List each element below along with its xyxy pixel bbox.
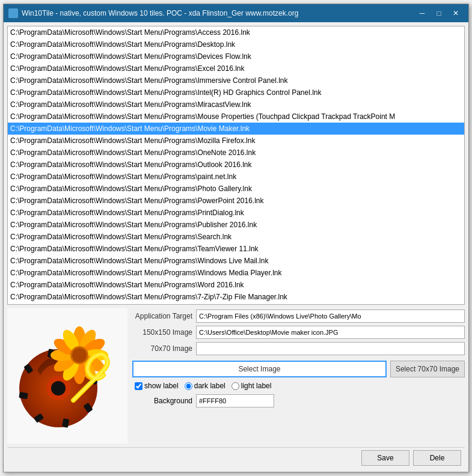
list-item[interactable]: C:\ProgramData\Microsoft\Windows\Start M… — [8, 63, 464, 75]
file-list-container[interactable]: C:\ProgramData\Microsoft\Windows\Start M… — [7, 26, 465, 305]
list-item[interactable]: C:\ProgramData\Microsoft\Windows\Start M… — [8, 38, 464, 50]
dark-label-radio-label[interactable]: dark label — [185, 382, 225, 390]
app-target-input[interactable] — [196, 310, 465, 323]
select-image-button[interactable]: Select Image — [132, 361, 387, 377]
movie-maker-icon — [13, 322, 121, 430]
list-item[interactable]: C:\ProgramData\Microsoft\Windows\Start M… — [8, 123, 464, 135]
light-label-radio-label[interactable]: light label — [231, 382, 272, 390]
save-button[interactable]: Save — [361, 450, 409, 466]
list-item[interactable]: C:\ProgramData\Microsoft\Windows\Start M… — [8, 195, 464, 207]
list-item[interactable]: C:\ProgramData\Microsoft\Windows\Start M… — [8, 75, 464, 87]
titlebar: Win10Tile - native, custom Windows 10 ti… — [4, 4, 468, 22]
image-150-label: 150x150 Image — [132, 328, 192, 337]
show-label-checkbox[interactable] — [135, 382, 143, 390]
minimize-button[interactable]: ─ — [414, 7, 430, 19]
image-preview — [7, 308, 127, 444]
svg-point-24 — [72, 348, 87, 362]
dark-label-radio[interactable] — [185, 382, 192, 390]
app-target-label: Application Target — [132, 312, 192, 320]
light-label-radio[interactable] — [231, 382, 239, 390]
main-window: Win10Tile - native, custom Windows 10 ti… — [3, 4, 469, 472]
image-70-input[interactable] — [196, 342, 465, 355]
svg-point-2 — [51, 381, 66, 395]
close-button[interactable]: ✕ — [448, 7, 464, 19]
list-item[interactable]: C:\ProgramData\Microsoft\Windows\Start M… — [8, 87, 464, 99]
bottom-panel: Application Target 150x150 Image 70x70 I… — [7, 308, 465, 444]
list-item[interactable]: C:\ProgramData\Microsoft\Windows\Start M… — [8, 183, 464, 195]
list-item[interactable]: C:\ProgramData\Microsoft\Windows\Start M… — [8, 111, 464, 123]
list-item[interactable]: C:\ProgramData\Microsoft\Windows\Start M… — [8, 159, 464, 171]
bottom-buttons-bar: Save Dele — [7, 447, 465, 468]
image-70-row: 70x70 Image — [132, 342, 465, 355]
list-item[interactable]: C:\ProgramData\Microsoft\Windows\Start M… — [8, 135, 464, 147]
image-150-input[interactable] — [196, 326, 465, 339]
maximize-button[interactable]: □ — [431, 7, 447, 19]
titlebar-buttons: ─ □ ✕ — [414, 7, 464, 19]
dark-label-text: dark label — [194, 382, 225, 390]
list-item[interactable]: C:\ProgramData\Microsoft\Windows\Start M… — [8, 267, 464, 279]
delete-button[interactable]: Dele — [413, 450, 461, 466]
list-item[interactable]: C:\ProgramData\Microsoft\Windows\Start M… — [8, 255, 464, 267]
background-input[interactable] — [196, 394, 274, 407]
list-item[interactable]: C:\ProgramData\Microsoft\Windows\Start M… — [8, 171, 464, 183]
list-item[interactable]: C:\ProgramData\Microsoft\Windows\Start M… — [8, 231, 464, 243]
background-label: Background — [132, 397, 192, 405]
select-70-button[interactable]: Select 70x70 Image — [390, 361, 465, 377]
background-row: Background — [132, 394, 465, 407]
show-label-text: show label — [144, 382, 179, 390]
list-item[interactable]: C:\ProgramData\Microsoft\Windows\Start M… — [8, 291, 464, 303]
list-item[interactable]: C:\ProgramData\Microsoft\Windows\Start M… — [8, 147, 464, 159]
list-item[interactable]: C:\ProgramData\Microsoft\Windows\Start M… — [8, 243, 464, 255]
image-70-label: 70x70 Image — [132, 344, 192, 353]
list-item[interactable]: C:\ProgramData\Microsoft\Windows\Start M… — [8, 26, 464, 38]
list-item[interactable]: C:\ProgramData\Microsoft\Windows\Start M… — [8, 303, 464, 305]
list-item[interactable]: C:\ProgramData\Microsoft\Windows\Start M… — [8, 279, 464, 291]
window-title: Win10Tile - native, custom Windows 10 ti… — [22, 9, 414, 17]
list-item[interactable]: C:\ProgramData\Microsoft\Windows\Start M… — [8, 99, 464, 111]
main-content: C:\ProgramData\Microsoft\Windows\Start M… — [4, 22, 468, 472]
light-label-text: light label — [241, 382, 272, 390]
select-buttons-row: Select Image Select 70x70 Image — [132, 361, 465, 377]
list-item[interactable]: C:\ProgramData\Microsoft\Windows\Start M… — [8, 207, 464, 219]
app-icon — [8, 8, 18, 18]
list-item[interactable]: C:\ProgramData\Microsoft\Windows\Start M… — [8, 219, 464, 231]
label-options-row: show label dark label light label — [132, 382, 465, 390]
list-item[interactable]: C:\ProgramData\Microsoft\Windows\Start M… — [8, 50, 464, 63]
app-target-row: Application Target — [132, 310, 465, 323]
right-panel: Application Target 150x150 Image 70x70 I… — [132, 308, 465, 444]
image-150-row: 150x150 Image — [132, 326, 465, 339]
show-label-checkbox-label[interactable]: show label — [135, 382, 179, 390]
